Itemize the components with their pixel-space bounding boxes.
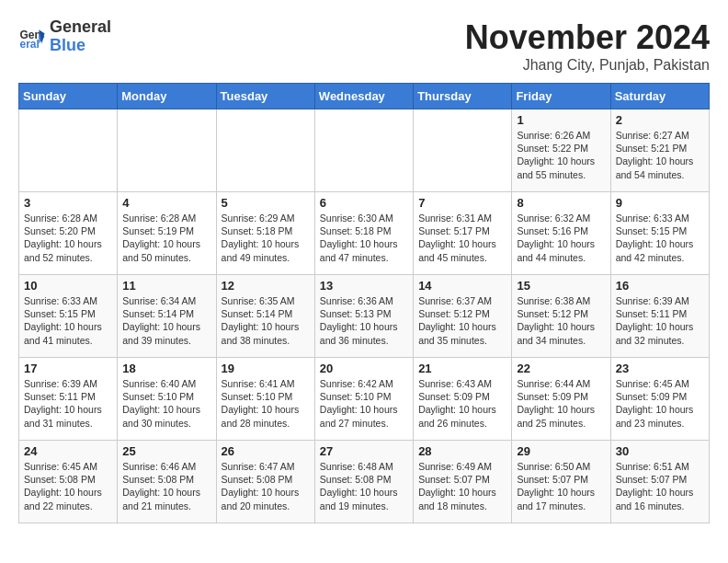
day-cell: 29Sunrise: 6:50 AM Sunset: 5:07 PM Dayli… (512, 441, 610, 523)
logo-icon: Gen eral (18, 23, 46, 51)
day-number: 4 (122, 196, 210, 210)
day-info: Sunrise: 6:50 AM Sunset: 5:07 PM Dayligh… (517, 460, 605, 512)
month-title: November 2024 (465, 18, 710, 57)
weekday-header-row: SundayMondayTuesdayWednesdayThursdayFrid… (19, 84, 710, 109)
svg-text:eral: eral (20, 38, 40, 51)
day-cell: 15Sunrise: 6:38 AM Sunset: 5:12 PM Dayli… (512, 275, 610, 358)
subtitle: Jhang City, Punjab, Pakistan (465, 57, 710, 74)
title-area: November 2024 Jhang City, Punjab, Pakist… (465, 18, 710, 74)
day-info: Sunrise: 6:46 AM Sunset: 5:08 PM Dayligh… (122, 460, 210, 512)
day-info: Sunrise: 6:37 AM Sunset: 5:12 PM Dayligh… (418, 294, 506, 347)
day-number: 3 (24, 196, 112, 210)
day-cell: 22Sunrise: 6:44 AM Sunset: 5:09 PM Dayli… (512, 358, 610, 441)
day-info: Sunrise: 6:39 AM Sunset: 5:11 PM Dayligh… (24, 377, 112, 430)
day-number: 23 (616, 362, 704, 375)
day-number: 2 (616, 113, 704, 127)
day-info: Sunrise: 6:51 AM Sunset: 5:07 PM Dayligh… (616, 460, 704, 512)
day-number: 30 (616, 444, 704, 458)
day-info: Sunrise: 6:36 AM Sunset: 5:13 PM Dayligh… (320, 294, 408, 347)
day-cell: 2Sunrise: 6:27 AM Sunset: 5:21 PM Daylig… (610, 109, 709, 192)
day-cell (314, 109, 413, 192)
day-cell (19, 109, 118, 192)
weekday-header-saturday: Saturday (610, 84, 709, 109)
day-number: 17 (24, 362, 112, 375)
day-cell: 9Sunrise: 6:33 AM Sunset: 5:15 PM Daylig… (610, 192, 709, 275)
day-number: 1 (517, 113, 605, 127)
week-row-2: 3Sunrise: 6:28 AM Sunset: 5:20 PM Daylig… (19, 192, 710, 275)
day-number: 15 (517, 279, 605, 293)
day-info: Sunrise: 6:33 AM Sunset: 5:15 PM Dayligh… (616, 212, 704, 264)
day-number: 13 (320, 279, 408, 293)
day-number: 14 (418, 279, 506, 293)
week-row-4: 17Sunrise: 6:39 AM Sunset: 5:11 PM Dayli… (19, 358, 710, 441)
day-info: Sunrise: 6:35 AM Sunset: 5:14 PM Dayligh… (222, 294, 310, 347)
day-cell: 23Sunrise: 6:45 AM Sunset: 5:09 PM Dayli… (610, 358, 709, 441)
week-row-5: 24Sunrise: 6:45 AM Sunset: 5:08 PM Dayli… (19, 441, 710, 523)
day-info: Sunrise: 6:26 AM Sunset: 5:22 PM Dayligh… (517, 129, 605, 181)
weekday-header-tuesday: Tuesday (216, 84, 314, 109)
day-number: 20 (320, 362, 408, 375)
day-info: Sunrise: 6:38 AM Sunset: 5:12 PM Dayligh… (517, 294, 605, 347)
logo-general-text: General (50, 18, 111, 37)
day-cell: 24Sunrise: 6:45 AM Sunset: 5:08 PM Dayli… (19, 441, 118, 523)
day-number: 16 (616, 279, 704, 293)
weekday-header-monday: Monday (118, 84, 216, 109)
day-info: Sunrise: 6:29 AM Sunset: 5:18 PM Dayligh… (222, 212, 310, 264)
day-cell: 17Sunrise: 6:39 AM Sunset: 5:11 PM Dayli… (19, 358, 118, 441)
day-cell: 27Sunrise: 6:48 AM Sunset: 5:08 PM Dayli… (314, 441, 413, 523)
day-cell (216, 109, 314, 192)
day-info: Sunrise: 6:39 AM Sunset: 5:11 PM Dayligh… (616, 294, 704, 347)
day-cell: 7Sunrise: 6:31 AM Sunset: 5:17 PM Daylig… (414, 192, 512, 275)
day-info: Sunrise: 6:48 AM Sunset: 5:08 PM Dayligh… (320, 460, 408, 512)
day-info: Sunrise: 6:32 AM Sunset: 5:16 PM Dayligh… (517, 212, 605, 264)
week-row-1: 1Sunrise: 6:26 AM Sunset: 5:22 PM Daylig… (19, 109, 710, 192)
weekday-header-friday: Friday (512, 84, 610, 109)
day-cell: 3Sunrise: 6:28 AM Sunset: 5:20 PM Daylig… (19, 192, 118, 275)
calendar-table: SundayMondayTuesdayWednesdayThursdayFrid… (18, 83, 710, 523)
day-cell: 5Sunrise: 6:29 AM Sunset: 5:18 PM Daylig… (216, 192, 314, 275)
day-number: 12 (222, 279, 310, 293)
day-cell (414, 109, 512, 192)
day-cell: 18Sunrise: 6:40 AM Sunset: 5:10 PM Dayli… (118, 358, 216, 441)
day-cell: 8Sunrise: 6:32 AM Sunset: 5:16 PM Daylig… (512, 192, 610, 275)
day-info: Sunrise: 6:41 AM Sunset: 5:10 PM Dayligh… (222, 377, 310, 430)
logo: Gen eral General Blue (18, 18, 111, 55)
day-cell: 4Sunrise: 6:28 AM Sunset: 5:19 PM Daylig… (118, 192, 216, 275)
day-number: 8 (517, 196, 605, 210)
day-cell: 28Sunrise: 6:49 AM Sunset: 5:07 PM Dayli… (414, 441, 512, 523)
day-number: 5 (222, 196, 310, 210)
day-info: Sunrise: 6:45 AM Sunset: 5:09 PM Dayligh… (616, 377, 704, 430)
day-number: 10 (24, 279, 112, 293)
day-cell: 13Sunrise: 6:36 AM Sunset: 5:13 PM Dayli… (314, 275, 413, 358)
logo-text: General Blue (50, 18, 111, 55)
header: Gen eral General Blue November 2024 Jhan… (18, 18, 710, 74)
day-cell: 6Sunrise: 6:30 AM Sunset: 5:18 PM Daylig… (314, 192, 413, 275)
day-number: 28 (418, 444, 506, 458)
day-cell: 11Sunrise: 6:34 AM Sunset: 5:14 PM Dayli… (118, 275, 216, 358)
day-info: Sunrise: 6:40 AM Sunset: 5:10 PM Dayligh… (122, 377, 210, 430)
day-info: Sunrise: 6:28 AM Sunset: 5:20 PM Dayligh… (24, 212, 112, 264)
day-number: 25 (122, 444, 210, 458)
day-number: 26 (222, 444, 310, 458)
day-cell: 19Sunrise: 6:41 AM Sunset: 5:10 PM Dayli… (216, 358, 314, 441)
day-number: 24 (24, 444, 112, 458)
day-cell: 16Sunrise: 6:39 AM Sunset: 5:11 PM Dayli… (610, 275, 709, 358)
day-number: 11 (122, 279, 210, 293)
day-cell: 30Sunrise: 6:51 AM Sunset: 5:07 PM Dayli… (610, 441, 709, 523)
day-cell (118, 109, 216, 192)
day-cell: 25Sunrise: 6:46 AM Sunset: 5:08 PM Dayli… (118, 441, 216, 523)
day-info: Sunrise: 6:44 AM Sunset: 5:09 PM Dayligh… (517, 377, 605, 430)
day-cell: 20Sunrise: 6:42 AM Sunset: 5:10 PM Dayli… (314, 358, 413, 441)
day-info: Sunrise: 6:45 AM Sunset: 5:08 PM Dayligh… (24, 460, 112, 512)
week-row-3: 10Sunrise: 6:33 AM Sunset: 5:15 PM Dayli… (19, 275, 710, 358)
day-number: 6 (320, 196, 408, 210)
day-number: 27 (320, 444, 408, 458)
day-number: 21 (418, 362, 506, 375)
day-info: Sunrise: 6:47 AM Sunset: 5:08 PM Dayligh… (222, 460, 310, 512)
weekday-header-sunday: Sunday (19, 84, 118, 109)
weekday-header-thursday: Thursday (414, 84, 512, 109)
day-cell: 21Sunrise: 6:43 AM Sunset: 5:09 PM Dayli… (414, 358, 512, 441)
day-info: Sunrise: 6:27 AM Sunset: 5:21 PM Dayligh… (616, 129, 704, 181)
day-cell: 10Sunrise: 6:33 AM Sunset: 5:15 PM Dayli… (19, 275, 118, 358)
logo-blue-text: Blue (50, 37, 111, 55)
